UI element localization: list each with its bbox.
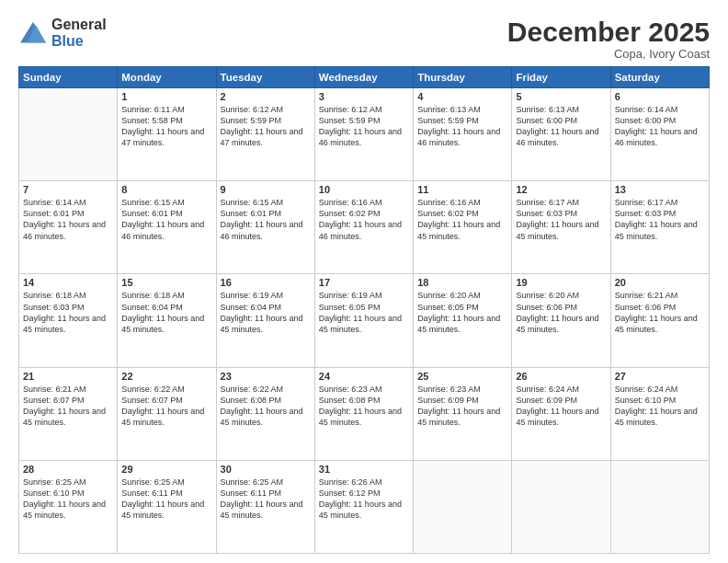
cell-info: Sunrise: 6:22 AMSunset: 6:08 PMDaylight:…: [221, 385, 303, 427]
day-number: 22: [121, 371, 211, 382]
day-number: 21: [23, 371, 113, 382]
cell-info: Sunrise: 6:15 AMSunset: 6:01 PMDaylight:…: [221, 198, 303, 240]
day-number: 2: [221, 91, 311, 102]
table-row: 14 Sunrise: 6:18 AMSunset: 6:03 PMDaylig…: [19, 274, 118, 367]
table-row: 24 Sunrise: 6:23 AMSunset: 6:08 PMDaylig…: [314, 367, 413, 460]
day-number: 23: [221, 371, 311, 382]
day-number: 17: [319, 277, 409, 288]
table-row: 26 Sunrise: 6:24 AMSunset: 6:09 PMDaylig…: [512, 367, 610, 460]
cell-info: Sunrise: 6:18 AMSunset: 6:04 PMDaylight:…: [121, 291, 204, 333]
cell-info: Sunrise: 6:12 AMSunset: 5:59 PMDaylight:…: [319, 105, 402, 147]
calendar-week-row: 28 Sunrise: 6:25 AMSunset: 6:10 PMDaylig…: [19, 460, 710, 553]
table-row: [512, 460, 610, 553]
day-number: 5: [516, 91, 606, 102]
table-row: 28 Sunrise: 6:25 AMSunset: 6:10 PMDaylig…: [19, 460, 118, 553]
cell-info: Sunrise: 6:14 AMSunset: 6:00 PMDaylight:…: [615, 105, 698, 147]
table-row: [19, 88, 118, 181]
table-row: 30 Sunrise: 6:25 AMSunset: 6:11 PMDaylig…: [216, 460, 314, 553]
calendar-week-row: 1 Sunrise: 6:11 AMSunset: 5:58 PMDayligh…: [19, 88, 710, 181]
table-row: 6 Sunrise: 6:14 AMSunset: 6:00 PMDayligh…: [610, 88, 709, 181]
table-row: 7 Sunrise: 6:14 AMSunset: 6:01 PMDayligh…: [19, 181, 118, 274]
month-title: December 2025: [507, 17, 710, 47]
day-number: 24: [319, 371, 409, 382]
logo-blue-text: Blue: [51, 33, 107, 50]
cell-info: Sunrise: 6:20 AMSunset: 6:06 PMDaylight:…: [516, 291, 598, 333]
cell-info: Sunrise: 6:24 AMSunset: 6:10 PMDaylight:…: [615, 385, 698, 427]
title-block: December 2025 Copa, Ivory Coast: [507, 17, 710, 61]
day-number: 13: [615, 184, 705, 195]
day-number: 11: [417, 184, 507, 195]
table-row: 8 Sunrise: 6:15 AMSunset: 6:01 PMDayligh…: [118, 181, 216, 274]
table-row: 18 Sunrise: 6:20 AMSunset: 6:05 PMDaylig…: [414, 274, 512, 367]
calendar-week-row: 7 Sunrise: 6:14 AMSunset: 6:01 PMDayligh…: [19, 181, 710, 274]
col-monday: Monday: [118, 67, 216, 88]
day-number: 14: [23, 277, 113, 288]
col-tuesday: Tuesday: [216, 67, 314, 88]
table-row: 23 Sunrise: 6:22 AMSunset: 6:08 PMDaylig…: [216, 367, 314, 460]
cell-info: Sunrise: 6:13 AMSunset: 5:59 PMDaylight:…: [417, 105, 500, 147]
logo-general-text: General: [51, 17, 107, 33]
day-number: 31: [319, 464, 409, 475]
col-friday: Friday: [512, 67, 610, 88]
table-row: 15 Sunrise: 6:18 AMSunset: 6:04 PMDaylig…: [118, 274, 216, 367]
table-row: 20 Sunrise: 6:21 AMSunset: 6:06 PMDaylig…: [610, 274, 709, 367]
cell-info: Sunrise: 6:14 AMSunset: 6:01 PMDaylight:…: [23, 198, 106, 240]
col-thursday: Thursday: [414, 67, 512, 88]
cell-info: Sunrise: 6:19 AMSunset: 6:04 PMDaylight:…: [221, 291, 303, 333]
table-row: 10 Sunrise: 6:16 AMSunset: 6:02 PMDaylig…: [314, 181, 413, 274]
table-row: 17 Sunrise: 6:19 AMSunset: 6:05 PMDaylig…: [314, 274, 413, 367]
day-number: 26: [516, 371, 606, 382]
cell-info: Sunrise: 6:21 AMSunset: 6:07 PMDaylight:…: [23, 385, 106, 427]
logo-text: General Blue: [51, 17, 107, 49]
cell-info: Sunrise: 6:17 AMSunset: 6:03 PMDaylight:…: [516, 198, 598, 240]
col-saturday: Saturday: [610, 67, 709, 88]
cell-info: Sunrise: 6:13 AMSunset: 6:00 PMDaylight:…: [516, 105, 598, 147]
table-row: 13 Sunrise: 6:17 AMSunset: 6:03 PMDaylig…: [610, 181, 709, 274]
calendar-week-row: 14 Sunrise: 6:18 AMSunset: 6:03 PMDaylig…: [19, 274, 710, 367]
cell-info: Sunrise: 6:25 AMSunset: 6:11 PMDaylight:…: [121, 477, 204, 520]
day-number: 6: [615, 91, 705, 102]
day-number: 3: [319, 91, 409, 102]
cell-info: Sunrise: 6:25 AMSunset: 6:11 PMDaylight:…: [221, 477, 303, 520]
calendar-table: Sunday Monday Tuesday Wednesday Thursday…: [18, 66, 710, 554]
cell-info: Sunrise: 6:25 AMSunset: 6:10 PMDaylight:…: [23, 477, 106, 520]
calendar-header-row: Sunday Monday Tuesday Wednesday Thursday…: [19, 67, 710, 88]
table-row: [414, 460, 512, 553]
cell-info: Sunrise: 6:20 AMSunset: 6:05 PMDaylight:…: [417, 291, 500, 333]
table-row: 16 Sunrise: 6:19 AMSunset: 6:04 PMDaylig…: [216, 274, 314, 367]
col-wednesday: Wednesday: [314, 67, 413, 88]
cell-info: Sunrise: 6:21 AMSunset: 6:06 PMDaylight:…: [615, 291, 698, 333]
table-row: 25 Sunrise: 6:23 AMSunset: 6:09 PMDaylig…: [414, 367, 512, 460]
day-number: 12: [516, 184, 606, 195]
location: Copa, Ivory Coast: [507, 47, 710, 61]
day-number: 4: [417, 91, 507, 102]
cell-info: Sunrise: 6:23 AMSunset: 6:09 PMDaylight:…: [417, 385, 500, 427]
day-number: 15: [121, 277, 211, 288]
cell-info: Sunrise: 6:26 AMSunset: 6:12 PMDaylight:…: [319, 477, 402, 520]
cell-info: Sunrise: 6:23 AMSunset: 6:08 PMDaylight:…: [319, 385, 402, 427]
table-row: 2 Sunrise: 6:12 AMSunset: 5:59 PMDayligh…: [216, 88, 314, 181]
day-number: 16: [221, 277, 311, 288]
table-row: [610, 460, 709, 553]
logo: General Blue: [18, 17, 107, 49]
table-row: 3 Sunrise: 6:12 AMSunset: 5:59 PMDayligh…: [314, 88, 413, 181]
day-number: 7: [23, 184, 113, 195]
cell-info: Sunrise: 6:12 AMSunset: 5:59 PMDaylight:…: [221, 105, 303, 147]
day-number: 30: [221, 464, 311, 475]
table-row: 4 Sunrise: 6:13 AMSunset: 5:59 PMDayligh…: [414, 88, 512, 181]
cell-info: Sunrise: 6:22 AMSunset: 6:07 PMDaylight:…: [121, 385, 204, 427]
day-number: 10: [319, 184, 409, 195]
cell-info: Sunrise: 6:16 AMSunset: 6:02 PMDaylight:…: [319, 198, 402, 240]
table-row: 21 Sunrise: 6:21 AMSunset: 6:07 PMDaylig…: [19, 367, 118, 460]
header: General Blue December 2025 Copa, Ivory C…: [18, 17, 710, 61]
day-number: 29: [121, 464, 211, 475]
table-row: 1 Sunrise: 6:11 AMSunset: 5:58 PMDayligh…: [118, 88, 216, 181]
calendar-week-row: 21 Sunrise: 6:21 AMSunset: 6:07 PMDaylig…: [19, 367, 710, 460]
cell-info: Sunrise: 6:15 AMSunset: 6:01 PMDaylight:…: [121, 198, 204, 240]
table-row: 9 Sunrise: 6:15 AMSunset: 6:01 PMDayligh…: [216, 181, 314, 274]
day-number: 1: [121, 91, 211, 102]
cell-info: Sunrise: 6:16 AMSunset: 6:02 PMDaylight:…: [417, 198, 500, 240]
table-row: 31 Sunrise: 6:26 AMSunset: 6:12 PMDaylig…: [314, 460, 413, 553]
cell-info: Sunrise: 6:19 AMSunset: 6:05 PMDaylight:…: [319, 291, 402, 333]
page: General Blue December 2025 Copa, Ivory C…: [0, 0, 728, 563]
